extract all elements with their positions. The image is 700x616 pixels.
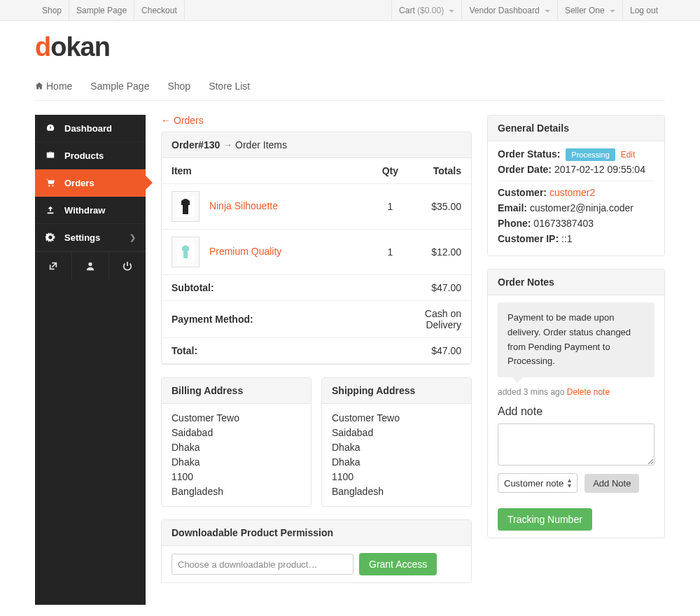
external-link-icon[interactable]: [35, 252, 72, 280]
billing-heading: Billing Address: [162, 378, 311, 404]
ip-label: Customer IP:: [498, 233, 559, 244]
cart-amount: ($0.00): [417, 6, 444, 15]
addr-line: Dhaka: [332, 455, 461, 470]
billing-panel: Billing Address Customer Tewo Saidabad D…: [161, 377, 312, 507]
briefcase-icon: [45, 150, 56, 160]
addr-line: Customer Tewo: [172, 411, 301, 426]
svg-point-0: [48, 185, 50, 186]
home-icon: [35, 82, 43, 90]
sidebar-item-label: Orders: [64, 178, 94, 188]
status-badge: Processing: [566, 148, 615, 161]
grant-access-button[interactable]: Grant Access: [359, 553, 437, 575]
product-link[interactable]: Premium Quality: [209, 246, 281, 257]
note-textarea[interactable]: [498, 424, 654, 465]
addr-line: Saidabad: [332, 426, 461, 440]
sidebar-item-withdraw[interactable]: Withdraw: [35, 197, 146, 224]
sidebar-item-orders[interactable]: Orders: [35, 169, 146, 197]
cart-icon: [45, 178, 56, 188]
order-notes-panel: Order Notes Payment to be made upon deli…: [487, 269, 665, 538]
topbar-seller[interactable]: Seller One: [557, 0, 622, 20]
product-thumb: [172, 237, 200, 267]
sidebar-item-dashboard[interactable]: Dashboard: [35, 115, 146, 142]
cart-label: Cart: [399, 6, 415, 15]
sidebar: Dashboard Products Orders Withdraw Setti…: [35, 115, 146, 605]
sidebar-item-settings[interactable]: Settings ❯: [35, 224, 146, 251]
date-label: Order Date:: [498, 164, 552, 175]
tracking-number-button[interactable]: Tracking Number: [498, 508, 592, 531]
note-bubble: Payment to be made upon delivery. Order …: [498, 302, 654, 377]
col-totals: Totals: [408, 158, 471, 184]
col-qty: Qty: [372, 158, 408, 184]
ip-value: ::1: [561, 233, 573, 244]
note-type-select[interactable]: Customer note ▴▾: [498, 473, 578, 493]
svg-point-1: [52, 185, 53, 186]
gear-icon: [45, 232, 56, 242]
general-details-panel: General Details Order Status: Processing…: [487, 115, 665, 256]
svg-point-2: [88, 262, 92, 266]
upload-icon: [45, 205, 56, 215]
topbar: Shop Sample Page Checkout Cart ($0.00) V…: [0, 0, 700, 21]
row-total: $35.00: [408, 184, 471, 230]
addr-line: Bangladesh: [172, 484, 301, 499]
customer-link[interactable]: customer2: [550, 187, 595, 198]
product-link[interactable]: Ninja Silhouette: [209, 200, 278, 211]
addr-line: Dhaka: [172, 440, 301, 455]
dashboard-icon: [45, 123, 56, 133]
addr-line: Bangladesh: [332, 484, 461, 499]
topbar-sample-page[interactable]: Sample Page: [69, 0, 134, 20]
sidebar-tools: [35, 251, 146, 280]
customer-label: Customer:: [498, 187, 547, 198]
email-label: Email:: [498, 202, 527, 214]
user-icon[interactable]: [72, 252, 109, 280]
power-icon[interactable]: [109, 252, 146, 280]
topbar-shop[interactable]: Shop: [35, 0, 69, 20]
row-qty: 1: [372, 230, 408, 275]
sidebar-item-label: Products: [64, 150, 104, 161]
arrow-right-icon: →: [223, 139, 235, 150]
panel-subtitle: Order Items: [235, 139, 287, 150]
sidebar-item-products[interactable]: Products: [35, 142, 146, 169]
download-panel: Downloadable Product Permission Choose a…: [161, 519, 472, 583]
addr-line: Dhaka: [332, 440, 461, 455]
add-note-label: Add note: [498, 405, 654, 418]
add-note-button[interactable]: Add Note: [584, 474, 639, 493]
product-thumb: [172, 191, 200, 222]
row-total: $12.00: [408, 230, 471, 275]
download-heading: Downloadable Product Permission: [162, 520, 471, 546]
nav-store-list[interactable]: Store List: [209, 75, 250, 100]
addr-line: 1100: [332, 470, 461, 484]
download-product-select[interactable]: Choose a downloadable product…: [172, 554, 354, 575]
nav-shop[interactable]: Shop: [167, 75, 190, 100]
topbar-vendor-dashboard[interactable]: Vendor Dashboard: [461, 0, 556, 20]
logo[interactable]: dokan: [35, 32, 665, 62]
back-to-orders-link[interactable]: ← Orders: [161, 115, 204, 126]
status-label: Order Status:: [498, 148, 560, 160]
edit-status-link[interactable]: Edit: [621, 150, 636, 160]
main-nav: Home Sample Page Shop Store List: [35, 75, 665, 101]
nav-sample-page[interactable]: Sample Page: [90, 75, 149, 100]
subtotal-row: Subtotal: $47.00: [162, 275, 471, 301]
caret-down-icon: [449, 10, 454, 13]
nav-home[interactable]: Home: [35, 75, 72, 100]
shipping-panel: Shipping Address Customer Tewo Saidabad …: [321, 377, 472, 507]
topbar-checkout[interactable]: Checkout: [134, 0, 185, 20]
logo-rest: okan: [50, 32, 110, 62]
caret-down-icon: [545, 10, 550, 13]
date-value: 2017-02-12 09:55:04: [554, 164, 645, 175]
notes-heading: Order Notes: [488, 270, 664, 295]
sort-icon: ▴▾: [568, 477, 571, 489]
chevron-right-icon: ❯: [130, 233, 136, 242]
phone-value: 01673387403: [533, 218, 594, 229]
order-row: Ninja Silhouette 1 $35.00: [162, 184, 471, 230]
arrow-left-icon: ←: [161, 115, 171, 126]
addr-line: Customer Tewo: [332, 411, 461, 426]
logo-first-letter: d: [35, 32, 50, 62]
note-meta: added 3 mins ago: [498, 387, 564, 397]
sidebar-item-label: Withdraw: [64, 205, 105, 216]
phone-label: Phone:: [498, 218, 531, 229]
topbar-cart[interactable]: Cart ($0.00): [391, 0, 461, 20]
shipping-heading: Shipping Address: [322, 378, 471, 404]
topbar-logout[interactable]: Log out: [622, 0, 665, 20]
caret-down-icon: [610, 10, 615, 13]
delete-note-link[interactable]: Delete note: [567, 387, 610, 397]
